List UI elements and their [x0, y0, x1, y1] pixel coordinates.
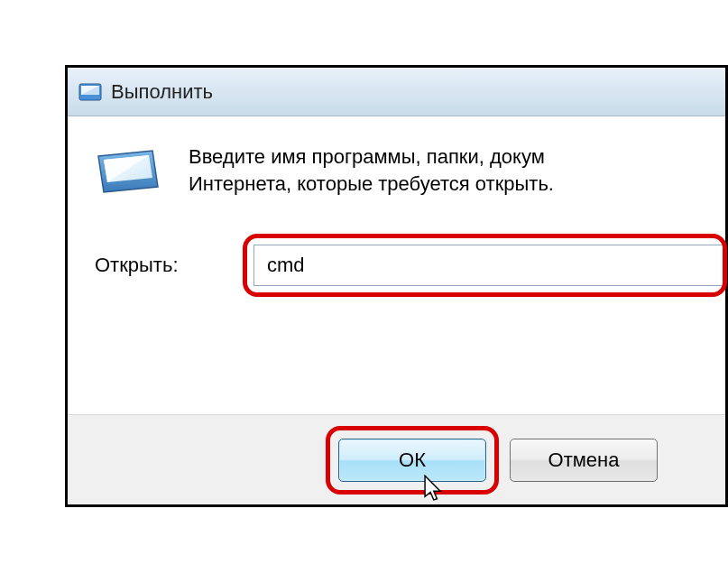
cancel-button[interactable]: Отмена: [510, 439, 658, 482]
open-label: Открыть:: [93, 254, 228, 277]
dialog-title: Выполнить: [111, 80, 213, 104]
ok-button[interactable]: ОК: [338, 439, 486, 482]
open-input[interactable]: [253, 245, 725, 286]
description-text: Введите имя программы, папки, докум Инте…: [189, 142, 554, 201]
run-icon: [78, 82, 102, 102]
run-dialog: Выполнить: [68, 68, 725, 504]
run-icon: [93, 147, 163, 201]
button-bar: ОК Отмена: [68, 414, 725, 504]
dialog-content: Введите имя программы, папки, докум Инте…: [68, 116, 725, 414]
titlebar[interactable]: Выполнить: [68, 68, 725, 116]
